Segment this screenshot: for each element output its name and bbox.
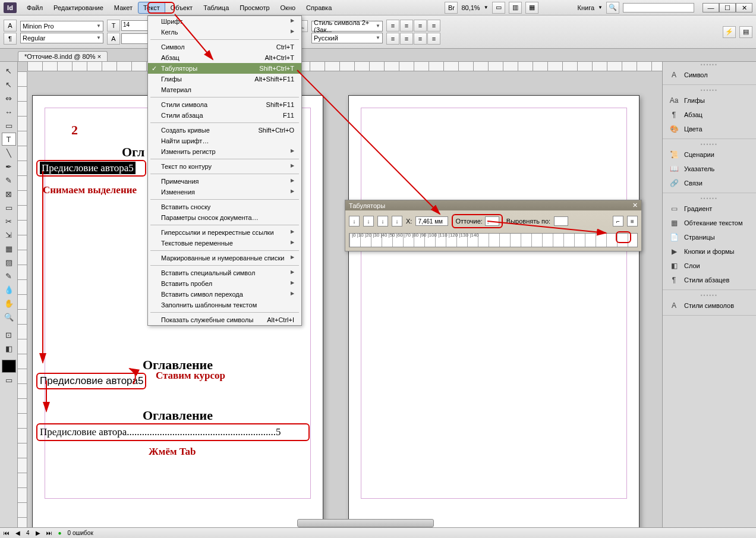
align-center-icon[interactable]: ≡ [400,20,413,32]
page-nav-last-icon[interactable]: ⏭ [46,530,52,536]
line-tool[interactable]: ╲ [2,146,16,159]
page-nav-prev-icon[interactable]: ◀ [15,530,20,536]
window-maximize[interactable]: ☐ [719,3,736,12]
justify-center-icon[interactable]: ≡ [400,33,413,45]
menu-item-кегль[interactable]: Кегль [148,27,301,37]
panel-character[interactable]: AСимвол [663,68,756,82]
menu-edit[interactable]: Редактирование [48,2,109,14]
menu-item-текстовые-переменные[interactable]: Текстовые переменные [148,238,301,248]
tab-right-align-icon[interactable]: ↓ [377,216,388,226]
tabs-ruler[interactable]: |0 |10 |20 |30 |40 |50 |60 |70 |80 |90 |… [349,233,638,247]
char-format-icon[interactable]: A [4,20,17,32]
menu-item-параметры-сносок-документа-[interactable]: Параметры сносок документа… [148,212,301,223]
tabs-panel-menu-icon[interactable]: ≡ [627,216,638,226]
screen-mode[interactable]: ▭ [2,373,16,386]
selection-tool[interactable]: ↖ [2,64,16,77]
gradient-feather-tool[interactable]: ▨ [2,256,16,269]
apply-color[interactable] [2,360,16,373]
view-options-icon[interactable]: ▦ [525,2,538,14]
menu-item-стили-абзаца[interactable]: Стили абзацаF11 [148,110,301,121]
default-fill-stroke[interactable]: ◧ [2,342,16,355]
panel-parastyles[interactable]: ¶Стили абзацев [663,273,756,287]
panel-paragraph[interactable]: ¶Абзац [663,108,756,122]
menu-view[interactable]: Просмотр [234,2,275,14]
panel-textwrap[interactable]: ▦Обтекание текстом [663,216,756,230]
menu-item-текст-по-контуру[interactable]: Текст по контуру [148,161,301,172]
menu-item-табуляторы[interactable]: ТабуляторыShift+Ctrl+T [148,63,301,74]
align-right-icon[interactable]: ≡ [414,20,427,32]
panel-colors[interactable]: 🎨Цвета [663,122,756,136]
page-nav-next-icon[interactable]: ▶ [36,530,40,536]
page-nav-first-icon[interactable]: ⏮ [4,530,10,536]
tabs-panel[interactable]: Табуляторы✕ ↓ ↓ ↓ ↓ X: Отточие: Выровнят… [345,200,642,251]
gradient-swatch-tool[interactable]: ▦ [2,242,16,255]
preface-text-cursor[interactable]: Предисловие автора5 [40,375,143,387]
bridge-icon[interactable]: Br [445,2,458,14]
window-close[interactable]: ✕ [736,3,752,12]
tab-center-align-icon[interactable]: ↓ [363,216,374,226]
char-style-dropdown[interactable]: Стиль символа 2+ (Зак...▼ [311,21,383,32]
search-input[interactable] [623,3,694,12]
rectangle-tool[interactable]: ▭ [2,201,16,214]
font-size-input[interactable]: 14 [121,20,151,31]
control-menu-icon[interactable]: ▤ [739,26,752,38]
preface-dotted[interactable]: Предисловие автора......................… [40,426,281,438]
page-tool[interactable]: ⇔ [2,92,16,105]
menu-item-вставить-пробел[interactable]: Вставить пробел [148,278,301,289]
document-tab[interactable]: *Отточие-8.indd @ 80% × [18,51,108,61]
menu-item-глифы[interactable]: ГлифыAlt+Shift+F11 [148,74,301,84]
page-number-field[interactable]: 4 [26,530,30,536]
menu-table[interactable]: Таблица [198,2,234,14]
quick-apply-icon[interactable]: ⚡ [723,26,736,38]
menu-help[interactable]: Справка [301,2,337,14]
menu-item-заполнить-шаблонным-текстом[interactable]: Заполнить шаблонным текстом [148,300,301,310]
gap-tool[interactable]: ↔ [2,105,16,118]
menu-item-материал[interactable]: Материал [148,84,301,95]
menu-item-маркированные-и-нумерованные-списки[interactable]: Маркированные и нумерованные списки [148,253,301,263]
panel-gradient[interactable]: ▭Градиент [663,202,756,216]
menu-item-создать-кривые[interactable]: Создать кривыеShift+Ctrl+O [148,125,301,136]
tab-decimal-align-icon[interactable]: ↓ [392,216,402,226]
panel-charstyles[interactable]: AСтили символов [663,298,756,313]
type-tool[interactable]: T [2,133,16,146]
menu-item-изменения[interactable]: Изменения [148,187,301,197]
leader-input[interactable] [485,216,499,226]
leading-input[interactable] [121,33,151,44]
justify-right-icon[interactable]: ≡ [414,33,427,45]
align-on-input[interactable] [554,216,568,226]
page-right[interactable] [348,95,640,527]
tab-left-align-icon[interactable]: ↓ [349,216,360,226]
hand-tool[interactable]: ✋ [2,297,16,310]
eyedropper-tool[interactable]: 💧 [2,283,16,296]
zoom-tool[interactable]: 🔍 [2,310,16,323]
selected-text[interactable]: Предисловие автора5 [40,162,136,174]
zoom-level[interactable]: 80,1% [461,4,480,11]
fill-stroke-swap[interactable]: ⊡ [2,328,16,341]
panel-links[interactable]: 🔗Связи [663,176,756,190]
menu-item-шрифт[interactable]: Шрифт [148,16,301,27]
menu-item-вставить-специальный-символ[interactable]: Вставить специальный символ [148,268,301,278]
note-tool[interactable]: ✎ [2,269,16,282]
tab-x-input[interactable] [415,216,448,226]
menu-item-стили-символа[interactable]: Стили символаShift+F11 [148,99,301,110]
justify-left-icon[interactable]: ≡ [386,33,399,45]
menu-item-найти-шрифт-[interactable]: Найти шрифт… [148,136,301,146]
panel-index[interactable]: 📖Указатель [663,162,756,176]
menu-item-абзац[interactable]: АбзацAlt+Ctrl+T [148,52,301,63]
menu-item-гиперссылки-и-перекрестные-ссылки[interactable]: Гиперссылки и перекрестные ссылки [148,227,301,238]
horizontal-ruler[interactable] [27,62,662,71]
preflight-status[interactable]: 0 ошибок [68,530,93,536]
font-family-dropdown[interactable]: Minion Pro▼ [20,21,103,32]
panel-scripts[interactable]: 📜Сценарии [663,147,756,162]
horizontal-scrollbar[interactable] [297,519,434,527]
menu-item-вставить-сноску[interactable]: Вставить сноску [148,202,301,212]
align-left-icon[interactable]: ≡ [386,20,399,32]
panel-pages[interactable]: 📄Страницы [663,230,756,244]
direct-selection-tool[interactable]: ↖ [2,78,16,91]
content-collector-tool[interactable]: ▭ [2,119,16,132]
para-format-icon[interactable]: ¶ [4,33,17,45]
menu-item-примечания[interactable]: Примечания [148,176,301,187]
menu-file[interactable]: Файл [21,2,48,14]
vertical-ruler[interactable] [18,71,27,527]
menu-window[interactable]: Окно [275,2,301,14]
